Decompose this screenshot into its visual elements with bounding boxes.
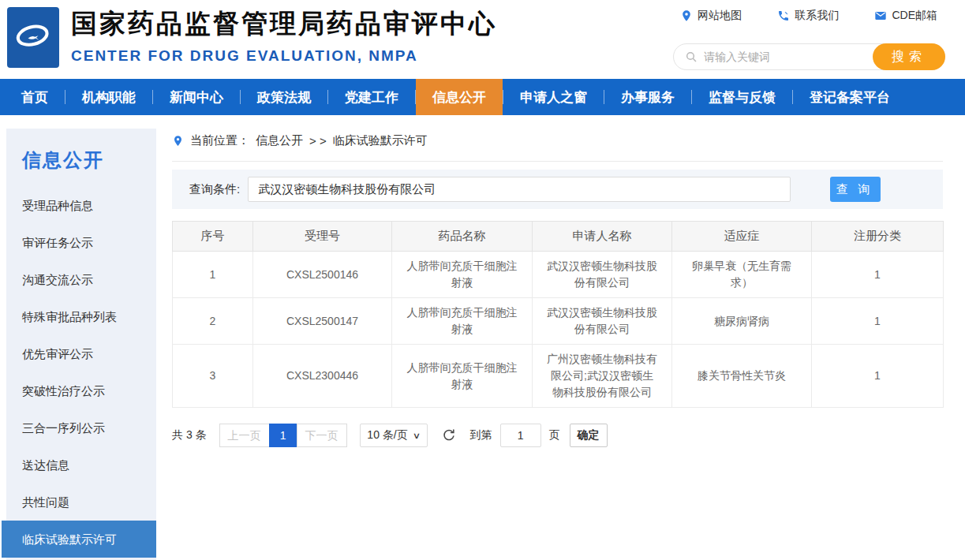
table-cell: 广州汉密顿生物科技有限公司;武汉汉密顿生物科技股份有限公司 [533, 345, 672, 408]
cde-logo[interactable] [7, 7, 59, 68]
pagination: 共 3 条 上一页 1 下一页 10 条/页 ∨ 到第 页 确定 [172, 424, 943, 447]
sidebar-item-6[interactable]: 突破性治疗公示 [6, 372, 156, 409]
next-page-button[interactable]: 下一页 [297, 424, 347, 447]
breadcrumb-separator: > > [309, 134, 327, 147]
header-link-1[interactable]: 网站地图 [680, 9, 742, 23]
nav-item-8[interactable]: 办事服务 [604, 79, 691, 115]
page-size-select[interactable]: 10 条/页 ∨ [360, 424, 428, 447]
table-header-cell: 序号 [173, 222, 253, 252]
breadcrumb-section-link[interactable]: 信息公开 [256, 133, 303, 148]
page: 国家药品监督管理局药品审评中心 CENTER FOR DRUG EVALUATI… [0, 0, 965, 560]
sidebar-item-2[interactable]: 审评任务公示 [6, 224, 156, 261]
table-cell: 1 [812, 345, 944, 408]
site-search-input[interactable] [698, 50, 873, 63]
table-cell: 糖尿病肾病 [672, 298, 812, 345]
table-cell: 2 [173, 298, 253, 345]
table-header-cell: 申请人名称 [533, 222, 672, 252]
refresh-icon[interactable] [442, 428, 456, 442]
sidebar-item-5[interactable]: 优先审评公示 [6, 335, 156, 372]
header-link-label: CDE邮箱 [892, 9, 937, 23]
table-cell: 膝关节骨性关节炎 [672, 345, 812, 408]
page-size-value: 10 条/页 [367, 428, 407, 442]
sidebar: 信息公开 受理品种信息审评任务公示沟通交流公示特殊审批品种列表优先审评公示突破性… [6, 129, 156, 560]
nav-item-5[interactable]: 党建工作 [328, 79, 415, 115]
table-cell: 1 [173, 252, 253, 298]
sidebar-item-4[interactable]: 特殊审批品种列表 [6, 298, 156, 335]
site-subtitle: CENTER FOR DRUG EVALUATION, NMPA [71, 47, 497, 65]
nav-item-10[interactable]: 登记备案平台 [793, 79, 907, 115]
header-quick-links: 网站地图联系我们CDE邮箱 [680, 9, 937, 23]
main-nav: 首页机构职能新闻中心政策法规党建工作信息公开申请人之窗办事服务监督与反馈登记备案… [0, 79, 965, 115]
location-pin-icon [680, 9, 693, 22]
pagination-pages: 上一页 1 下一页 [219, 424, 347, 447]
table-header-cell: 注册分类 [812, 222, 944, 252]
nav-item-4[interactable]: 政策法规 [241, 79, 327, 115]
table-cell: 卵巢早衰（无生育需求） [672, 252, 812, 298]
sidebar-item-10[interactable]: 临床试验默示许可 [2, 521, 156, 558]
site-search-bar: 搜索 [673, 43, 945, 70]
table-cell: CXSL2300446 [253, 345, 392, 408]
breadcrumb-current: 临床试验默示许可 [333, 133, 428, 148]
table-header-cell: 药品名称 [392, 222, 533, 252]
prev-page-button[interactable]: 上一页 [219, 424, 270, 447]
envelope-icon [874, 9, 887, 22]
breadcrumb-prefix: 当前位置： [190, 133, 249, 148]
table-cell: 人脐带间充质干细胞注射液 [392, 252, 533, 298]
table-row: 3CXSL2300446人脐带间充质干细胞注射液广州汉密顿生物科技有限公司;武汉… [173, 345, 944, 408]
table-cell: 1 [812, 298, 944, 345]
sidebar-item-7[interactable]: 三合一序列公示 [6, 409, 156, 446]
nav-item-6[interactable]: 信息公开 [416, 79, 503, 115]
location-pin-icon [172, 135, 184, 147]
header-link-2[interactable]: 联系我们 [777, 9, 839, 23]
header-link-label: 网站地图 [698, 9, 742, 23]
goto-page-label: 到第 [470, 428, 492, 442]
site-search-button[interactable]: 搜索 [873, 43, 945, 70]
table-cell: 武汉汉密顿生物科技股份有限公司 [533, 298, 672, 345]
content: 当前位置： 信息公开 > > 临床试验默示许可 查询条件: 查 询 序号受理号药… [172, 129, 943, 447]
nav-item-2[interactable]: 机构职能 [65, 79, 152, 115]
cde-logo-swoosh-icon [13, 16, 54, 60]
goto-page-input[interactable] [500, 424, 541, 447]
table-header-row: 序号受理号药品名称申请人名称适应症注册分类 [173, 222, 944, 252]
pagination-total: 共 3 条 [172, 428, 207, 442]
header-link-3[interactable]: CDE邮箱 [874, 9, 937, 23]
table-row: 1CXSL2500146人脐带间充质干细胞注射液武汉汉密顿生物科技股份有限公司卵… [173, 252, 944, 298]
sidebar-items: 受理品种信息审评任务公示沟通交流公示特殊审批品种列表优先审评公示突破性治疗公示三… [6, 187, 156, 558]
site-title: 国家药品监督管理局药品审评中心 [71, 6, 497, 42]
breadcrumb: 当前位置： 信息公开 > > 临床试验默示许可 [172, 129, 943, 162]
page-1-button[interactable]: 1 [269, 424, 297, 447]
results-table: 序号受理号药品名称申请人名称适应症注册分类 1CXSL2500146人脐带间充质… [172, 221, 944, 408]
nav-item-7[interactable]: 申请人之窗 [503, 79, 604, 115]
sidebar-item-9[interactable]: 共性问题 [6, 483, 156, 521]
search-icon [685, 50, 698, 63]
table-cell: CXSL2500147 [253, 298, 392, 345]
nav-item-1[interactable]: 首页 [5, 79, 65, 115]
query-panel: 查询条件: 查 询 [172, 170, 943, 209]
query-button[interactable]: 查 询 [830, 177, 881, 202]
table-cell: CXSL2500146 [253, 252, 392, 298]
table-row: 2CXSL2500147人脐带间充质干细胞注射液武汉汉密顿生物科技股份有限公司糖… [173, 298, 944, 345]
site-titles: 国家药品监督管理局药品审评中心 CENTER FOR DRUG EVALUATI… [71, 6, 497, 65]
nav-item-9[interactable]: 监督与反馈 [692, 79, 792, 115]
sidebar-title: 信息公开 [6, 129, 156, 181]
header-link-label: 联系我们 [795, 9, 839, 23]
sidebar-item-8[interactable]: 送达信息 [6, 446, 156, 483]
table-header-cell: 适应症 [672, 222, 812, 252]
site-header: 国家药品监督管理局药品审评中心 CENTER FOR DRUG EVALUATI… [0, 0, 965, 79]
goto-page-unit: 页 [549, 428, 560, 442]
confirm-button[interactable]: 确定 [570, 424, 608, 447]
sidebar-item-3[interactable]: 沟通交流公示 [6, 261, 156, 298]
table-cell: 人脐带间充质干细胞注射液 [392, 298, 533, 345]
table-cell: 3 [173, 345, 253, 408]
table-cell: 1 [812, 252, 944, 298]
query-input[interactable] [248, 177, 791, 202]
table-header-cell: 受理号 [253, 222, 392, 252]
table-cell: 人脐带间充质干细胞注射液 [392, 345, 533, 408]
query-label: 查询条件: [189, 182, 240, 197]
table-cell: 武汉汉密顿生物科技股份有限公司 [533, 252, 672, 298]
phone-icon [777, 9, 790, 22]
nav-item-3[interactable]: 新闻中心 [153, 79, 240, 115]
chevron-down-icon: ∨ [413, 431, 421, 441]
sidebar-item-1[interactable]: 受理品种信息 [6, 187, 156, 224]
